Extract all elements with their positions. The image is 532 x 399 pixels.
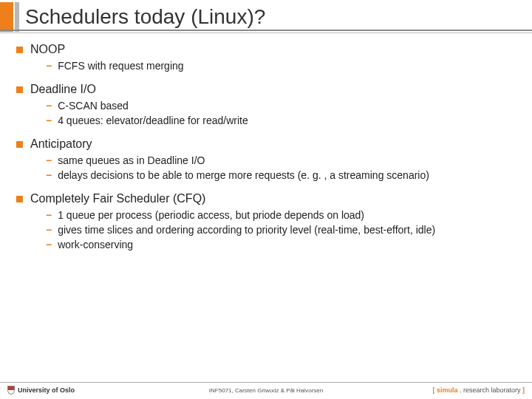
item-text: work-conserving — [58, 238, 133, 251]
dash-bullet-icon: − — [46, 154, 52, 167]
section-head: Completely Fair Scheduler (CFQ) — [16, 192, 516, 205]
footer-dot: . — [457, 386, 463, 394]
section-head: Deadline I/O — [16, 83, 516, 96]
dash-bullet-icon: − — [46, 99, 52, 112]
list-item: − same queues as in Deadline I/O — [46, 154, 516, 167]
dash-bullet-icon: − — [46, 238, 52, 251]
section-cfq: Completely Fair Scheduler (CFQ) − 1 queu… — [16, 192, 516, 251]
sub-list: − C-SCAN based − 4 queues: elevator/dead… — [16, 99, 516, 127]
square-bullet-icon — [16, 86, 23, 93]
university-shield-icon — [7, 386, 15, 395]
item-text: FCFS with request merging — [58, 59, 183, 72]
square-bullet-icon — [16, 47, 23, 53]
footer-center-text: INF5071, Carsten Griwodz & Pål Halvorsen — [209, 387, 323, 394]
list-item: − 4 queues: elevator/deadline for read/w… — [46, 114, 516, 127]
section-head: NOOP — [16, 43, 516, 56]
slide-footer: University of Oslo INF5071, Carsten Griw… — [0, 382, 532, 395]
footer-brand: simula — [437, 386, 458, 394]
title-accent-orange — [0, 2, 13, 32]
item-text: 4 queues: elevator/deadline for read/wri… — [58, 114, 248, 127]
dash-bullet-icon: − — [46, 114, 52, 127]
section-anticipatory: Anticipatory − same queues as in Deadlin… — [16, 137, 516, 182]
section-head: Anticipatory — [16, 137, 516, 151]
list-item: − FCFS with request merging — [46, 59, 516, 72]
square-bullet-icon — [16, 196, 23, 202]
sub-list: − same queues as in Deadline I/O − delay… — [16, 154, 516, 182]
item-text: 1 queue per process (periodic access, bu… — [58, 208, 364, 222]
dash-bullet-icon: − — [46, 168, 52, 182]
section-title: NOOP — [30, 43, 65, 56]
footer-lab: research laboratory — [463, 386, 521, 394]
item-text: same queues as in Deadline I/O — [58, 154, 205, 167]
item-text: C-SCAN based — [58, 99, 129, 112]
list-item: − 1 queue per process (periodic access, … — [46, 208, 516, 222]
slide-title: Schedulers today (Linux)? — [25, 5, 265, 29]
section-title: Anticipatory — [30, 137, 92, 151]
square-bullet-icon — [16, 141, 23, 148]
section-title: Deadline I/O — [30, 83, 96, 96]
section-title: Completely Fair Scheduler (CFQ) — [30, 192, 205, 205]
section-deadline: Deadline I/O − C-SCAN based − 4 queues: … — [16, 83, 516, 127]
footer-left-text: University of Oslo — [18, 386, 75, 394]
footer-left: University of Oslo — [7, 386, 75, 395]
title-underline-thin — [0, 33, 532, 33]
title-bar: Schedulers today (Linux)? — [0, 0, 532, 34]
dash-bullet-icon: − — [46, 208, 52, 222]
list-item: − delays decisions to be able to merge m… — [46, 168, 516, 182]
bracket-close: ] — [521, 386, 525, 394]
item-text: delays decisions to be able to merge mor… — [58, 168, 429, 182]
item-text: gives time slices and ordering according… — [58, 223, 435, 236]
title-accent-grey — [15, 2, 19, 32]
list-item: − C-SCAN based — [46, 99, 516, 112]
title-underline — [0, 30, 532, 31]
section-noop: NOOP − FCFS with request merging — [16, 43, 516, 72]
list-item: − gives time slices and ordering accordi… — [46, 223, 516, 236]
dash-bullet-icon: − — [46, 223, 52, 236]
sub-list: − 1 queue per process (periodic access, … — [16, 208, 516, 251]
slide-content: NOOP − FCFS with request merging Deadlin… — [0, 34, 532, 251]
dash-bullet-icon: − — [46, 59, 52, 72]
list-item: − work-conserving — [46, 238, 516, 251]
footer-right: [ simula . research laboratory ] — [432, 386, 525, 394]
sub-list: − FCFS with request merging — [16, 59, 516, 72]
